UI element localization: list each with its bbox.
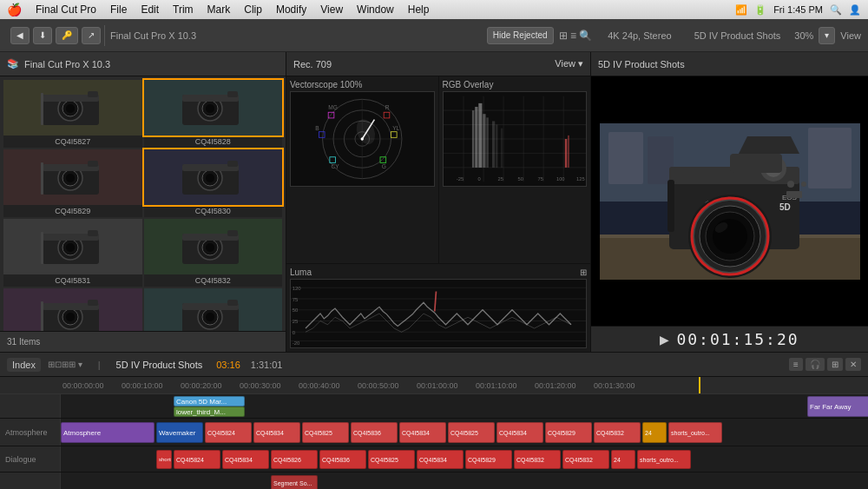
svg-text:B: B: [315, 125, 319, 131]
timeline-btn-4[interactable]: ✕: [845, 358, 861, 371]
scope-view-button[interactable]: View ▾: [555, 58, 583, 69]
ruler-mark-5: 00:00:50:00: [358, 381, 399, 390]
svg-rect-81: [384, 112, 390, 118]
svg-rect-121: [500, 129, 502, 168]
svg-rect-21: [88, 161, 98, 167]
menu-help[interactable]: Help: [408, 3, 430, 16]
clip-atm-3[interactable]: CQ4I5825: [302, 422, 349, 443]
svg-rect-59: [227, 300, 238, 306]
svg-text:0: 0: [293, 330, 296, 335]
browser-header: 📚 Final Cut Pro X 10.3: [0, 52, 286, 76]
svg-rect-120: [496, 125, 497, 168]
luma-expand-icon[interactable]: ⊞: [580, 268, 587, 277]
zoom-dropdown[interactable]: ▾: [819, 27, 835, 44]
menu-clip[interactable]: Clip: [244, 3, 262, 16]
clip-atm-1[interactable]: CQ4I5824: [205, 422, 252, 443]
menu-file[interactable]: File: [110, 3, 127, 16]
clip-item-CQ4I5834[interactable]: CQ4I5834: [144, 288, 283, 331]
svg-point-49: [66, 313, 75, 321]
clip-item-CQ4I5829[interactable]: CQ4I5829: [3, 149, 142, 217]
clip-dlg-3[interactable]: CQ4I5826: [271, 450, 318, 469]
menu-fcpx[interactable]: Final Cut Pro: [36, 3, 96, 16]
share-button[interactable]: ↗: [82, 27, 101, 44]
clip-item-CQ4I5827[interactable]: CQ4I5827: [3, 80, 142, 148]
clip-dlg-5[interactable]: CQ4I5825: [368, 450, 415, 469]
ruler-mark-1: 00:00:10:00: [122, 381, 163, 390]
svg-point-162: [787, 181, 794, 188]
svg-rect-22: [41, 162, 43, 195]
svg-rect-144: [808, 128, 852, 188]
timeline-btn-2[interactable]: 🎧: [806, 358, 825, 371]
menu-trim[interactable]: Trim: [173, 3, 194, 16]
menu-window[interactable]: Window: [357, 3, 394, 16]
clip-segment[interactable]: Segment So...: [271, 475, 318, 489]
main-layout: 📚 Final Cut Pro X 10.3 CQ4I5827 CQ4I5828: [0, 52, 868, 352]
media-import-button[interactable]: ⬇: [33, 27, 52, 44]
search-icon[interactable]: 🔍: [830, 4, 842, 16]
track-content-overlay: Canon 5D Mar... lower_third_M... Far Far…: [61, 394, 868, 418]
scopes-content: Vectorscope 100%: [286, 76, 590, 352]
rgb-overlay-title: RGB Overlay: [443, 80, 588, 89]
ruler-mark-8: 00:01:20:00: [535, 381, 576, 390]
clip-atm-4[interactable]: CQ4I5836: [351, 422, 398, 443]
timeline-btn-3[interactable]: ⊞: [827, 358, 843, 371]
menu-view[interactable]: View: [320, 3, 343, 16]
clip-dlg-7[interactable]: CQ4I5829: [465, 450, 512, 469]
wavemaker-label: Wavemaker: [159, 429, 195, 437]
timeline-btn-1[interactable]: ≡: [789, 358, 803, 371]
toolbar: ◀ ⬇ 🔑 ↗ Final Cut Pro X 10.3 Hide Reject…: [0, 19, 868, 52]
clip-label-CQ4I5832: CQ4I5832: [144, 274, 283, 287]
clip-atm-8[interactable]: CQ4I5829: [545, 422, 592, 443]
clip-dlg-11[interactable]: shorts_outro...: [637, 450, 691, 469]
clip-dlg-8[interactable]: CQ4I5832: [514, 450, 561, 469]
svg-rect-83: [380, 157, 386, 163]
clip-atm-2[interactable]: CQ4I5834: [253, 422, 300, 443]
clip-item-CQ4I5832[interactable]: CQ4I5832: [144, 219, 283, 287]
play-button[interactable]: ▶: [660, 333, 669, 347]
track-overlay: Canon 5D Mar... lower_third_M... Far Far…: [0, 394, 868, 419]
index-label[interactable]: Index: [7, 358, 41, 372]
clip-canon5d[interactable]: Canon 5D Mar...: [174, 396, 245, 406]
item-count: 31 Items: [7, 337, 40, 347]
svg-text:120: 120: [293, 286, 302, 291]
timeline-playhead[interactable]: [699, 377, 700, 393]
apple-menu[interactable]: 🍎: [7, 3, 22, 17]
clip-atm-6[interactable]: CQ4I5825: [448, 422, 495, 443]
clip-atmosphere[interactable]: Atmosphere: [61, 422, 155, 443]
keyword-button[interactable]: 🔑: [56, 27, 78, 44]
clip-dlg-9[interactable]: CQ4I5832: [562, 450, 609, 469]
clip-farfaraway[interactable]: Far Far Away: [807, 396, 868, 417]
clip-lowerthird[interactable]: lower_third_M...: [174, 406, 245, 417]
clip-dlg-1[interactable]: CQ4I5824: [174, 450, 220, 469]
clip-wavemaker[interactable]: Wavemaker: [156, 422, 203, 443]
clip-item-CQ4I5833[interactable]: CQ4I5833: [3, 288, 142, 331]
svg-point-57: [206, 313, 214, 321]
menu-mark[interactable]: Mark: [207, 3, 231, 16]
clip-item-CQ4I5828[interactable]: CQ4I5828: [144, 80, 283, 148]
clip-atm-11[interactable]: shorts_outro...: [668, 422, 722, 443]
clip-atm-5[interactable]: CQ4I5834: [399, 422, 446, 443]
svg-rect-117: [483, 114, 485, 168]
clip-atm-10[interactable]: 24: [642, 422, 667, 443]
clip-atm-9[interactable]: CQ4I5832: [594, 422, 641, 443]
clip-item-CQ4I5831[interactable]: CQ4I5831: [3, 219, 142, 287]
clip-dlg-intro[interactable]: shorts_intro...: [156, 450, 172, 469]
svg-rect-119: [491, 121, 494, 167]
clip-atm-7[interactable]: CQ4I5834: [496, 422, 543, 443]
app-title: Final Cut Pro X 10.3: [110, 30, 196, 41]
hide-rejected-button[interactable]: Hide Rejected: [487, 27, 554, 44]
clip-item-CQ4I5830[interactable]: CQ4I5830: [144, 149, 283, 217]
svg-rect-164: [786, 191, 802, 198]
clip-dlg-6[interactable]: CQ4I5834: [417, 450, 464, 469]
svg-text:-25: -25: [456, 176, 463, 182]
clip-dlg-10[interactable]: 24: [611, 450, 635, 469]
back-button[interactable]: ◀: [10, 27, 30, 44]
menu-modify[interactable]: Modify: [276, 3, 306, 16]
format-label: 4K 24p, Stereo: [608, 30, 671, 41]
svg-rect-118: [486, 117, 488, 168]
clip-dlg-4[interactable]: CQ4I5836: [319, 450, 366, 469]
menu-edit[interactable]: Edit: [141, 3, 159, 16]
clip-dlg-2[interactable]: CQ4I5834: [222, 450, 269, 469]
system-clock: Fri 1:45 PM: [773, 4, 823, 15]
ruler-mark-3: 00:00:30:00: [240, 381, 281, 390]
